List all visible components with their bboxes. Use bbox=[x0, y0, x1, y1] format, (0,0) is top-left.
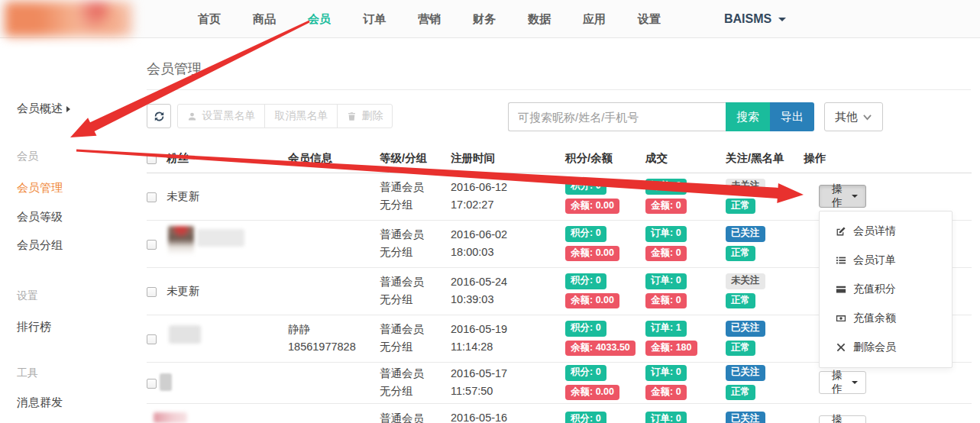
censored-nickname bbox=[197, 229, 244, 247]
amount-badge: 金额: 0 bbox=[645, 385, 687, 401]
row-action-button[interactable]: 操作 bbox=[819, 415, 866, 423]
user-icon bbox=[187, 111, 197, 121]
search-input[interactable] bbox=[508, 102, 726, 131]
nav-item-settings[interactable]: 设置 bbox=[622, 12, 677, 27]
level-group-cell: 普通会员 bbox=[380, 403, 451, 423]
col-header-follow-blacklist: 关注/黑名单 bbox=[726, 145, 804, 173]
title-divider bbox=[147, 89, 971, 90]
amount-badge: 金额: 0 bbox=[645, 246, 687, 262]
row-checkbox[interactable] bbox=[147, 379, 157, 389]
register-time-cell: 2016-06-1217:02:27 bbox=[451, 173, 565, 220]
export-button[interactable]: 导出 bbox=[770, 102, 814, 131]
nav-item-home[interactable]: 首页 bbox=[182, 12, 237, 27]
level-group-cell: 普通会员无分组 bbox=[380, 267, 451, 315]
menu-item-recharge-points[interactable]: 充值积分 bbox=[820, 275, 952, 304]
member-info-cell bbox=[288, 173, 380, 220]
nav-items: 首页 商品 会员 订单 营销 财务 数据 应用 设置 bbox=[182, 0, 677, 38]
register-time-cell: 2016-05-16 bbox=[451, 403, 565, 423]
fan-cell: 未更新 bbox=[167, 173, 288, 220]
bulk-action-group: 设置黑名单 取消黑名单 删除 bbox=[177, 104, 393, 128]
sidebar-section-settings: 设置 bbox=[17, 289, 38, 303]
points-badge: 积分: 0 bbox=[565, 412, 606, 423]
points-badge: 积分: 0 bbox=[565, 321, 606, 337]
row-checkbox[interactable] bbox=[147, 334, 157, 344]
delete-button[interactable]: 删除 bbox=[337, 104, 393, 128]
balance-badge: 余额: 0.00 bbox=[565, 199, 619, 215]
nav-item-marketing[interactable]: 营销 bbox=[402, 12, 457, 27]
status-badge: 正常 bbox=[726, 385, 755, 401]
orders-badge: 订单: 0 bbox=[645, 226, 687, 242]
chevron-down-icon bbox=[778, 18, 786, 21]
table-row: 普通会员无分组 2016-05-1711:57:50 积分: 0 余额: 0.0… bbox=[147, 362, 972, 403]
action-dropdown-menu: 会员详情 会员订单 充值积分 充值余额 删除会员 bbox=[819, 211, 953, 368]
sidebar-item-mass-message[interactable]: 消息群发 bbox=[17, 396, 63, 410]
col-header-actions: 操作 bbox=[804, 145, 972, 173]
status-badge: 正常 bbox=[726, 341, 755, 357]
status-badge: 正常 bbox=[726, 246, 755, 262]
sidebar-item-member-management[interactable]: 会员管理 bbox=[17, 181, 63, 195]
follow-badge: 未关注 bbox=[726, 273, 765, 289]
sidebar: 会员概述 会员 会员管理 会员等级 会员分组 设置 排行榜 工具 消息群发 bbox=[0, 38, 145, 423]
row-checkbox[interactable] bbox=[147, 192, 157, 202]
register-time-cell: 2016-05-1711:57:50 bbox=[451, 362, 565, 403]
level-group-cell: 普通会员无分组 bbox=[380, 220, 451, 267]
member-info-cell bbox=[288, 362, 380, 403]
row-checkbox[interactable] bbox=[147, 240, 157, 250]
row-action-button[interactable]: 操作 bbox=[819, 371, 866, 394]
cancel-blacklist-button[interactable]: 取消黑名单 bbox=[264, 104, 338, 128]
menu-item-delete-member[interactable]: 删除会员 bbox=[820, 333, 952, 362]
member-info-cell bbox=[288, 220, 380, 267]
nav-item-orders[interactable]: 订单 bbox=[347, 12, 402, 27]
points-badge: 积分: 0 bbox=[565, 226, 606, 242]
search-button[interactable]: 搜索 bbox=[726, 102, 770, 131]
sidebar-section-tools: 工具 bbox=[17, 366, 38, 380]
sidebar-item-member-group[interactable]: 会员分组 bbox=[17, 238, 63, 253]
table-row-partial: 普通会员 2016-05-16 积分: 0 订单: 0 已关注 操作 bbox=[147, 403, 972, 423]
menu-item-member-orders[interactable]: 会员订单 bbox=[820, 246, 952, 275]
select-all-checkbox[interactable] bbox=[147, 154, 157, 164]
page-title: 会员管理 bbox=[147, 60, 202, 78]
col-header-deals: 成交 bbox=[645, 145, 726, 173]
amount-badge: 金额: 0 bbox=[645, 199, 687, 215]
set-blacklist-button[interactable]: 设置黑名单 bbox=[177, 104, 265, 128]
nav-item-products[interactable]: 商品 bbox=[237, 12, 292, 27]
account-menu[interactable]: BAISMS bbox=[724, 0, 786, 38]
col-header-points-balance: 积分/余额 bbox=[565, 145, 645, 173]
sidebar-item-member-level[interactable]: 会员等级 bbox=[17, 210, 63, 224]
account-name: BAISMS bbox=[724, 12, 771, 26]
top-nav: 首页 商品 会员 订单 营销 财务 数据 应用 设置 BAISMS bbox=[0, 0, 980, 38]
row-action-button-open[interactable]: 操作 bbox=[819, 185, 866, 208]
col-header-fans: 粉丝 bbox=[167, 145, 288, 173]
level-group-cell: 普通会员无分组 bbox=[380, 315, 451, 362]
nav-item-apps[interactable]: 应用 bbox=[567, 12, 622, 27]
points-badge: 积分: 0 bbox=[565, 179, 606, 195]
nav-item-finance[interactable]: 财务 bbox=[457, 12, 512, 27]
register-time-cell: 2016-06-0218:00:03 bbox=[451, 220, 565, 267]
balance-badge: 余额: 0.00 bbox=[565, 293, 619, 309]
col-header-register-time: 注册时间 bbox=[451, 145, 565, 173]
sidebar-item-member-overview[interactable]: 会员概述 bbox=[17, 102, 70, 116]
col-header-level-group: 等级/分组 bbox=[380, 145, 451, 173]
nav-item-members[interactable]: 会员 bbox=[292, 12, 347, 27]
status-badge: 正常 bbox=[726, 199, 755, 215]
level-group-cell: 普通会员无分组 bbox=[380, 173, 451, 220]
chevron-down-icon bbox=[862, 112, 872, 122]
credit-card-icon bbox=[836, 284, 846, 295]
sidebar-section-members: 会员 bbox=[17, 150, 38, 163]
money-icon bbox=[836, 313, 846, 324]
nav-item-data[interactable]: 数据 bbox=[512, 12, 567, 27]
amount-badge: 金额: 0 bbox=[645, 293, 687, 309]
toolbar: 设置黑名单 取消黑名单 删除 搜索 导出 其他 bbox=[147, 104, 971, 133]
menu-item-recharge-balance[interactable]: 充值余额 bbox=[820, 304, 952, 333]
points-badge: 积分: 0 bbox=[565, 273, 606, 289]
orders-badge: 订单: 0 bbox=[645, 412, 687, 423]
more-button[interactable]: 其他 bbox=[824, 102, 883, 131]
row-checkbox[interactable] bbox=[147, 287, 157, 297]
follow-badge: 未关注 bbox=[726, 179, 765, 195]
refresh-button[interactable] bbox=[147, 104, 171, 128]
register-time-cell: 2016-05-1911:14:28 bbox=[451, 315, 565, 362]
orders-badge: 订单: 1 bbox=[645, 321, 687, 337]
sidebar-item-ranking[interactable]: 排行榜 bbox=[17, 320, 51, 334]
menu-item-member-detail[interactable]: 会员详情 bbox=[820, 217, 952, 246]
orders-badge: 订单: 0 bbox=[645, 273, 687, 289]
